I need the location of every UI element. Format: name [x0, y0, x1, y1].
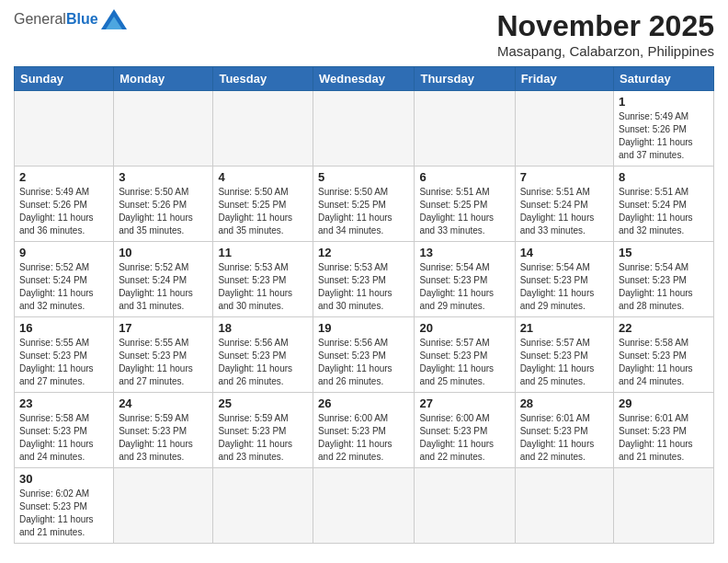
day-info: Sunrise: 5:51 AM Sunset: 5:24 PM Dayligh… — [520, 186, 609, 237]
day-info: Sunrise: 6:00 AM Sunset: 5:23 PM Dayligh… — [318, 412, 409, 464]
day-info: Sunrise: 5:53 AM Sunset: 5:23 PM Dayligh… — [218, 261, 308, 313]
day-number: 3 — [119, 170, 208, 184]
title-block: November 2025 Masapang, Calabarzon, Phil… — [496, 9, 714, 59]
day-number: 16 — [19, 321, 108, 335]
logo: General Blue — [14, 9, 127, 29]
calendar-cell: 11Sunrise: 5:53 AM Sunset: 5:23 PM Dayli… — [213, 242, 313, 317]
calendar-cell: 14Sunrise: 5:54 AM Sunset: 5:23 PM Dayli… — [515, 242, 613, 317]
weekday-header-wednesday: Wednesday — [313, 67, 415, 91]
day-info: Sunrise: 5:50 AM Sunset: 5:25 PM Dayligh… — [218, 186, 308, 237]
day-info: Sunrise: 6:01 AM Sunset: 5:23 PM Dayligh… — [619, 412, 709, 464]
day-info: Sunrise: 5:57 AM Sunset: 5:23 PM Dayligh… — [520, 337, 609, 388]
day-info: Sunrise: 5:55 AM Sunset: 5:23 PM Dayligh… — [119, 337, 208, 388]
day-number: 5 — [318, 170, 409, 184]
calendar-cell — [313, 91, 415, 167]
day-info: Sunrise: 5:55 AM Sunset: 5:23 PM Dayligh… — [19, 337, 108, 388]
calendar-cell: 19Sunrise: 5:56 AM Sunset: 5:23 PM Dayli… — [313, 317, 415, 393]
day-number: 21 — [520, 321, 609, 335]
day-number: 9 — [19, 246, 108, 259]
day-info: Sunrise: 5:59 AM Sunset: 5:23 PM Dayligh… — [119, 412, 208, 464]
weekday-header-sunday: Sunday — [15, 67, 114, 91]
day-number: 17 — [119, 321, 208, 335]
day-info: Sunrise: 5:51 AM Sunset: 5:25 PM Dayligh… — [419, 186, 509, 237]
day-number: 2 — [19, 170, 108, 184]
calendar-cell — [114, 468, 213, 544]
day-number: 22 — [619, 321, 709, 335]
day-info: Sunrise: 5:57 AM Sunset: 5:23 PM Dayligh… — [419, 337, 509, 388]
logo-general-text: General — [14, 11, 66, 28]
calendar-cell: 23Sunrise: 5:58 AM Sunset: 5:23 PM Dayli… — [15, 393, 114, 468]
day-number: 12 — [318, 246, 409, 259]
day-number: 28 — [520, 396, 609, 410]
weekday-header-row: SundayMondayTuesdayWednesdayThursdayFrid… — [15, 67, 714, 91]
calendar-cell: 8Sunrise: 5:51 AM Sunset: 5:24 PM Daylig… — [614, 167, 714, 242]
day-info: Sunrise: 5:58 AM Sunset: 5:23 PM Dayligh… — [19, 412, 108, 464]
calendar-table: SundayMondayTuesdayWednesdayThursdayFrid… — [14, 66, 714, 544]
day-info: Sunrise: 5:54 AM Sunset: 5:23 PM Dayligh… — [419, 261, 509, 313]
day-info: Sunrise: 6:01 AM Sunset: 5:23 PM Dayligh… — [520, 412, 609, 464]
day-number: 14 — [520, 246, 609, 259]
day-info: Sunrise: 5:49 AM Sunset: 5:26 PM Dayligh… — [19, 186, 108, 237]
calendar-cell — [415, 468, 515, 544]
calendar-cell: 12Sunrise: 5:53 AM Sunset: 5:23 PM Dayli… — [313, 242, 415, 317]
calendar-cell: 20Sunrise: 5:57 AM Sunset: 5:23 PM Dayli… — [415, 317, 515, 393]
calendar-cell — [614, 468, 714, 544]
day-number: 19 — [318, 321, 409, 335]
calendar-cell — [515, 91, 613, 167]
day-number: 8 — [619, 170, 709, 184]
calendar-cell: 9Sunrise: 5:52 AM Sunset: 5:24 PM Daylig… — [15, 242, 114, 317]
calendar-cell: 4Sunrise: 5:50 AM Sunset: 5:25 PM Daylig… — [213, 167, 313, 242]
calendar-cell — [15, 91, 114, 167]
calendar-cell: 10Sunrise: 5:52 AM Sunset: 5:24 PM Dayli… — [114, 242, 213, 317]
day-info: Sunrise: 5:52 AM Sunset: 5:24 PM Dayligh… — [119, 261, 208, 313]
weekday-header-monday: Monday — [114, 67, 213, 91]
day-number: 11 — [218, 246, 308, 259]
calendar-cell: 24Sunrise: 5:59 AM Sunset: 5:23 PM Dayli… — [114, 393, 213, 468]
day-number: 10 — [119, 246, 208, 259]
weekday-header-friday: Friday — [515, 67, 613, 91]
calendar-cell: 13Sunrise: 5:54 AM Sunset: 5:23 PM Dayli… — [415, 242, 515, 317]
month-year-title: November 2025 — [496, 9, 714, 43]
page-header: General Blue November 2025 Masapang, Cal… — [14, 9, 714, 59]
day-number: 30 — [19, 472, 108, 486]
location-subtitle: Masapang, Calabarzon, Philippines — [496, 43, 714, 59]
calendar-cell: 21Sunrise: 5:57 AM Sunset: 5:23 PM Dayli… — [515, 317, 613, 393]
calendar-week-row: 16Sunrise: 5:55 AM Sunset: 5:23 PM Dayli… — [15, 317, 714, 393]
weekday-header-saturday: Saturday — [614, 67, 714, 91]
calendar-cell — [313, 468, 415, 544]
day-number: 18 — [218, 321, 308, 335]
calendar-cell — [213, 91, 313, 167]
calendar-cell: 29Sunrise: 6:01 AM Sunset: 5:23 PM Dayli… — [614, 393, 714, 468]
calendar-week-row: 9Sunrise: 5:52 AM Sunset: 5:24 PM Daylig… — [15, 242, 714, 317]
day-number: 24 — [119, 396, 208, 410]
day-info: Sunrise: 5:51 AM Sunset: 5:24 PM Dayligh… — [619, 186, 709, 237]
calendar-cell: 1Sunrise: 5:49 AM Sunset: 5:26 PM Daylig… — [614, 91, 714, 167]
calendar-cell — [114, 91, 213, 167]
weekday-header-thursday: Thursday — [415, 67, 515, 91]
calendar-cell: 27Sunrise: 6:00 AM Sunset: 5:23 PM Dayli… — [415, 393, 515, 468]
calendar-cell: 16Sunrise: 5:55 AM Sunset: 5:23 PM Dayli… — [15, 317, 114, 393]
day-info: Sunrise: 5:50 AM Sunset: 5:26 PM Dayligh… — [119, 186, 208, 237]
weekday-header-tuesday: Tuesday — [213, 67, 313, 91]
calendar-cell: 17Sunrise: 5:55 AM Sunset: 5:23 PM Dayli… — [114, 317, 213, 393]
day-info: Sunrise: 5:49 AM Sunset: 5:26 PM Dayligh… — [619, 110, 709, 162]
calendar-week-row: 1Sunrise: 5:49 AM Sunset: 5:26 PM Daylig… — [15, 91, 714, 167]
calendar-cell: 5Sunrise: 5:50 AM Sunset: 5:25 PM Daylig… — [313, 167, 415, 242]
day-info: Sunrise: 5:52 AM Sunset: 5:24 PM Dayligh… — [19, 261, 108, 313]
day-number: 1 — [619, 95, 709, 109]
day-info: Sunrise: 5:50 AM Sunset: 5:25 PM Dayligh… — [318, 186, 409, 237]
day-number: 13 — [419, 246, 509, 259]
calendar-cell: 30Sunrise: 6:02 AM Sunset: 5:23 PM Dayli… — [15, 468, 114, 544]
day-info: Sunrise: 5:56 AM Sunset: 5:23 PM Dayligh… — [218, 337, 308, 388]
day-info: Sunrise: 5:53 AM Sunset: 5:23 PM Dayligh… — [318, 261, 409, 313]
calendar-cell — [515, 468, 613, 544]
day-number: 23 — [19, 396, 108, 410]
day-info: Sunrise: 5:59 AM Sunset: 5:23 PM Dayligh… — [218, 412, 308, 464]
day-number: 25 — [218, 396, 308, 410]
calendar-cell — [213, 468, 313, 544]
calendar-cell: 18Sunrise: 5:56 AM Sunset: 5:23 PM Dayli… — [213, 317, 313, 393]
calendar-week-row: 30Sunrise: 6:02 AM Sunset: 5:23 PM Dayli… — [15, 468, 714, 544]
logo-icon — [101, 9, 127, 29]
calendar-cell: 6Sunrise: 5:51 AM Sunset: 5:25 PM Daylig… — [415, 167, 515, 242]
calendar-cell: 26Sunrise: 6:00 AM Sunset: 5:23 PM Dayli… — [313, 393, 415, 468]
